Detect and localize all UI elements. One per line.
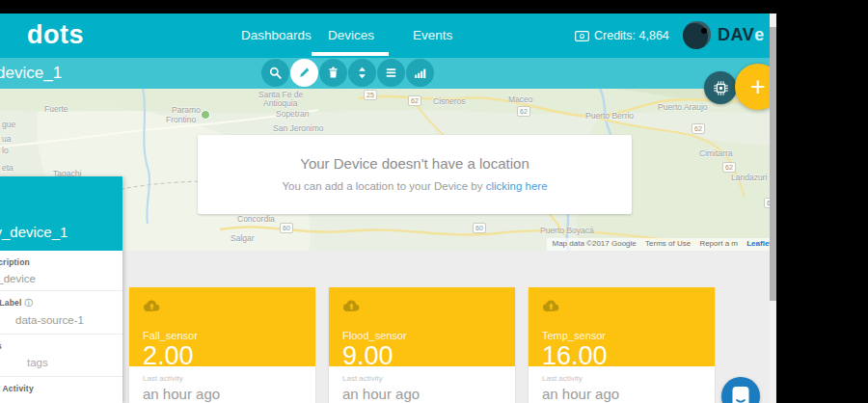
- map-label: Frontino: [166, 115, 196, 124]
- variable-name: Fall_sensor: [143, 330, 302, 341]
- info-icon[interactable]: ⓘ: [25, 299, 33, 308]
- statistics-button[interactable]: [406, 59, 434, 87]
- top-navbar: dots Dashboards Devices Events Credits: …: [0, 13, 776, 58]
- device-actions: [260, 59, 434, 87]
- chat-bubble-icon: [729, 385, 752, 403]
- device-info-header: my_device_1: [0, 176, 122, 251]
- delete-device-button[interactable]: [319, 59, 347, 87]
- last-activity-label: Last activity: [542, 374, 701, 383]
- app-window: dots Dashboards Devices Events Credits: …: [0, 13, 776, 403]
- vertical-scrollbar[interactable]: [770, 13, 776, 403]
- map-label: Cimitarra: [699, 148, 732, 158]
- field-last-activity: Last Activity: [0, 377, 122, 401]
- map-label: Antioquia: [263, 98, 297, 108]
- chip-icon: [713, 80, 729, 96]
- map-label: ua: [2, 134, 11, 144]
- map-label: Puerto Boyacá: [540, 226, 594, 235]
- map-label: Salgar: [231, 233, 255, 243]
- last-activity-value: an hour ago: [342, 386, 502, 402]
- map-label: Sopetran: [276, 109, 310, 119]
- terms-of-use-link[interactable]: Terms of Use: [645, 239, 691, 248]
- leaflet-link[interactable]: Leaflet: [746, 239, 772, 248]
- last-activity-value: an hour ago: [143, 386, 302, 402]
- zoom-location-button[interactable]: [261, 59, 289, 87]
- last-activity-label: Last activity: [143, 374, 302, 383]
- no-location-title: Your Device doesn't have a location: [198, 155, 632, 172]
- map-label: eta: [2, 163, 14, 173]
- search-icon: [268, 66, 283, 80]
- nav-events[interactable]: Events: [413, 28, 452, 42]
- cloud-upload-icon: [143, 299, 161, 312]
- clicking-here-link[interactable]: clicking here: [486, 180, 548, 192]
- cloud-upload-icon: [342, 299, 361, 312]
- no-location-body: You can add a location to your Device by…: [198, 180, 632, 192]
- account-name: DAV: [718, 25, 754, 45]
- route-badge: 60: [280, 223, 293, 233]
- field-api-label: API Labelⓘ data-source-1: [0, 291, 122, 335]
- map-label: San Jeronimo: [273, 123, 323, 133]
- route-badge: 60: [473, 223, 486, 233]
- route-badge: 62: [722, 162, 736, 173]
- map-label: gue: [2, 120, 15, 129]
- support-chat-button[interactable]: [721, 377, 760, 403]
- map-label: Fuerte: [44, 104, 68, 114]
- cloud-upload-icon: [542, 299, 560, 312]
- account-avatar: [683, 21, 711, 49]
- last-activity-value: an hour ago: [542, 386, 701, 402]
- route-badge: 62: [692, 123, 705, 134]
- variable-name: Temp_sensor: [542, 330, 701, 341]
- edit-device-button[interactable]: [290, 59, 318, 87]
- nav-devices[interactable]: Devices: [328, 28, 374, 42]
- account-menu[interactable]: DAVe ▾: [683, 21, 776, 49]
- variable-card-temp-sensor[interactable]: Temp_sensor 16.00 Last activity an hour …: [529, 287, 715, 403]
- device-type-button[interactable]: [704, 71, 737, 104]
- map-label: Maceo: [508, 94, 533, 104]
- route-badge: 62: [517, 106, 530, 117]
- report-link[interactable]: Report a m: [699, 239, 738, 248]
- list-view-button[interactable]: [377, 59, 405, 87]
- map-attribution: Map data ©2017 Google Terms of Use Repor…: [547, 238, 777, 251]
- device-name: my_device_1: [0, 224, 68, 240]
- scrollbar-thumb[interactable]: [770, 27, 776, 301]
- device-info-panel: my_device_1 Description my_device API La…: [0, 176, 122, 403]
- map-label: Concordia: [237, 214, 275, 224]
- credits-indicator: Credits: 4,864: [575, 29, 669, 42]
- map-label: Landazuri: [731, 173, 767, 182]
- variable-cards: Fall_sensor 2.00 Last activity an hour a…: [129, 287, 715, 403]
- banknote-icon: [575, 31, 589, 41]
- last-activity-label: Last activity: [342, 374, 502, 383]
- map-label: Puerto Berrio: [585, 111, 634, 121]
- up-down-arrows-icon: [355, 66, 369, 80]
- device-header-bar: my_device_1: [0, 58, 776, 89]
- pencil-icon: [297, 66, 312, 80]
- variable-name: Flood_sensor: [342, 330, 502, 341]
- map-data-credit: Map data ©2017 Google: [553, 239, 637, 248]
- variable-card-flood-sensor[interactable]: Flood_sensor 9.00 Last activity an hour …: [329, 287, 515, 403]
- field-description: Description my_device: [0, 251, 122, 291]
- map-label: lo: [2, 146, 9, 155]
- variable-card-fall-sensor[interactable]: Fall_sensor 2.00 Last activity an hour a…: [129, 287, 315, 403]
- list-icon: [384, 66, 398, 80]
- sort-variables-button[interactable]: [348, 59, 376, 87]
- device-title: my_device_1: [0, 64, 62, 83]
- map-label: Cisneros: [433, 96, 466, 106]
- ubidots-logo[interactable]: dots: [27, 20, 84, 50]
- route-badge: 62: [408, 95, 421, 106]
- no-location-card: Your Device doesn't have a location You …: [198, 135, 632, 214]
- nav-dashboards[interactable]: Dashboards: [241, 28, 312, 42]
- credits-label: Credits: 4,864: [594, 29, 669, 42]
- plus-icon: +: [750, 74, 766, 100]
- route-badge: 25: [364, 90, 377, 100]
- map-label: Puerto Araujo: [658, 102, 708, 112]
- trash-icon: [326, 66, 340, 80]
- field-tags: Tags tags: [0, 335, 122, 377]
- bar-chart-icon: [413, 66, 427, 80]
- map-label: Paramo: [172, 105, 201, 115]
- active-tab-underline: [312, 52, 389, 56]
